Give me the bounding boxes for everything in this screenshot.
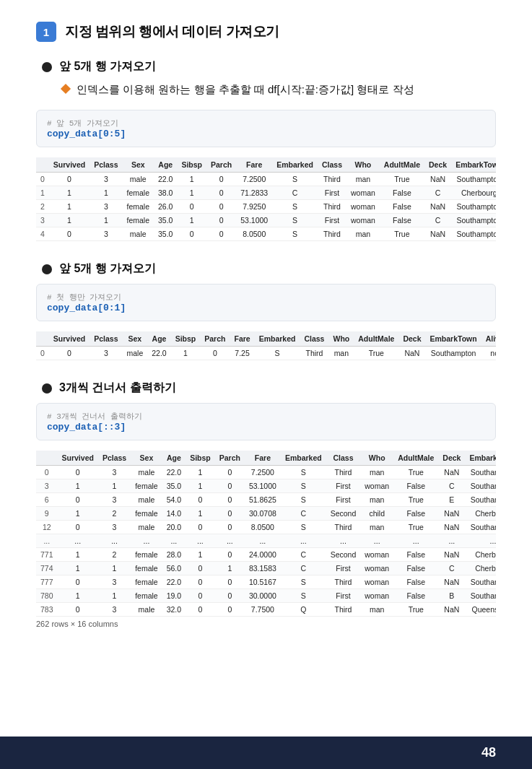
table-cell: Third [326,575,361,588]
table-cell: C [272,186,318,199]
table-cell: 22.0 [147,346,170,360]
table-cell: male [131,520,162,534]
table-row: 003male22.0107.2500SThirdmanTrueNaNSouth… [36,172,496,186]
table-cell: 51.8625 [245,492,281,506]
block-2: 앞 5개 행 가져오기 # 첫 행만 가져오기 copy_data[0:1] S… [36,261,496,360]
table-cell: 22.0 [162,465,186,479]
table-cell: 22.0 [162,575,186,588]
th2-survived: Survived [49,331,90,347]
table-cell: 0 [36,172,49,186]
table-cell: 8.0500 [236,227,272,240]
th2-class: Class [300,331,328,347]
table-cell: 7.7500 [245,602,281,616]
table-cell: Second [326,506,361,520]
table-cell: False [393,479,438,492]
bullet-3: 3개씩 건너서 출력하기 [42,381,496,396]
code-block-1: # 앞 5개 가져오기 copy_data[0:5] [36,110,496,147]
table-cell: NaN [424,227,451,240]
table-cell: 3 [98,465,131,479]
table-cell: 3 [98,602,131,616]
table-cell: 0 [215,465,245,479]
table-cell: C [281,547,326,561]
th3-deck: Deck [438,451,465,466]
table-header-row-1: Survived Pclass Sex Age Sibsp Parch Fare… [36,157,496,173]
table-cell: 3 [90,172,122,186]
table-cell: S [281,465,326,479]
code-comment-1: # 앞 5개 가져오기 [47,118,485,129]
table-cell: False [393,547,438,561]
table-cell: female [122,213,154,227]
table-wrapper-3: Survived Pclass Sex Age Sibsp Parch Fare… [36,451,496,628]
th2-deck: Deck [398,331,425,347]
table-cell: First [326,492,361,506]
table-cell: 1 [186,479,215,492]
th-survived: Survived [49,157,90,173]
table-cell: 38.0 [154,186,177,199]
table-row: 111female38.01071.2833CFirstwomanFalseCC… [36,186,496,199]
table-cell: 1 [49,186,90,199]
table-cell: Southampton [465,575,496,588]
table-row: 77112female28.01024.0000CSecondwomanFals… [36,547,496,561]
table-cell: woman [360,561,393,575]
table-cell: 20.0 [162,520,186,534]
table-cell: 0 [186,561,215,575]
table-cell: Southampton [465,520,496,534]
th2-adultmale: AdultMale [354,331,398,347]
table-cell: 3 [36,213,49,227]
table-cell: female [131,575,162,588]
table-cell: Southampton [465,465,496,479]
table-cell: 1 [215,561,245,575]
table-cell: 35.0 [162,479,186,492]
table-cell: NaN [438,575,465,588]
table-cell: 32.0 [162,602,186,616]
table-cell: 0 [215,506,245,520]
table-cell: 28.0 [162,547,186,561]
table-cell: man [360,602,393,616]
table-cell: First [326,561,361,575]
code-main-1: copy_data[0:5] [47,129,485,139]
table-row: 213female26.0007.9250SThirdwomanFalseNaN… [36,199,496,213]
table-cell: Southampton [465,479,496,492]
table-row: 003male22.0107.25SThirdmanTrueNaNSoutham… [36,346,496,360]
table-cell: S [272,172,318,186]
th2-fare: Fare [230,331,254,347]
table-cell: 0 [58,575,98,588]
section-number: 1 [36,22,56,42]
table-cell: False [393,588,438,602]
diamond-icon-1 [61,84,71,94]
table-cell: S [281,479,326,492]
table-cell: NaN [398,346,425,360]
table-cell: S [281,575,326,588]
table-cell: 8.0500 [245,520,281,534]
th2-embarktown: EmbarkTown [426,331,481,347]
table-wrapper-1: Survived Pclass Sex Age Sibsp Parch Fare… [36,157,496,241]
th3-embarked: Embarked [281,451,326,466]
th2-parch: Parch [200,331,230,347]
section-header: 1 지정 범위의 행에서 데이터 가져오기 [36,22,496,42]
bullet-text-1: 앞 5개 행 가져오기 [59,59,156,74]
table-cell: 1 [186,506,215,520]
table-cell: 2 [36,199,49,213]
table-cell: False [380,213,424,227]
table-cell: NaN [438,465,465,479]
table-cell: Cherbourg [451,186,496,199]
table-cell: 1 [98,479,131,492]
table-cell: S [255,346,300,360]
table-cell: 0 [49,172,90,186]
th-pclass: Pclass [90,157,122,173]
table-cell: True [393,492,438,506]
table-cell: female [131,588,162,602]
table-cell: Third [318,227,346,240]
table-cell: 12 [36,520,58,534]
table-cell: Third [318,199,346,213]
table-cell: First [326,479,361,492]
table-cell: female [122,186,154,199]
table-cell: 1 [49,213,90,227]
table-row: 311female35.01053.1000SFirstwomanFalseCS… [36,479,496,492]
table-cell: 10.5167 [245,575,281,588]
table-cell: ... [186,534,215,547]
table-cell: False [393,575,438,588]
circle-dot-3 [42,383,52,394]
table-cell: 4 [36,227,49,240]
sub-bullet-1: 인덱스를 이용해 원하는 행을 추출할 때 df[시작:끝:증가값] 형태로 작… [62,82,496,98]
